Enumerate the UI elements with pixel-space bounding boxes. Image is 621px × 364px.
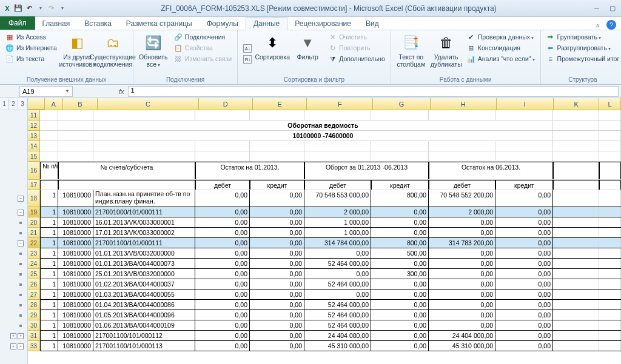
- cell[interactable]: 0,00: [495, 190, 553, 207]
- cell[interactable]: 52 464 000,00: [304, 300, 371, 309]
- col-header-K[interactable]: K: [554, 98, 599, 110]
- cell[interactable]: 0,00: [371, 217, 429, 227]
- cell[interactable]: 1: [40, 331, 58, 340]
- row-header[interactable]: 13: [28, 131, 40, 141]
- cell[interactable]: 0,00: [429, 217, 495, 227]
- cell[interactable]: [371, 141, 429, 151]
- restore-button[interactable]: ▢: [606, 4, 619, 12]
- cell[interactable]: 01.02.2013/BA/0044000037: [93, 279, 195, 289]
- cell[interactable]: 0,00: [195, 207, 250, 217]
- col-header-F[interactable]: F: [307, 98, 373, 110]
- cell[interactable]: [250, 141, 304, 151]
- cell[interactable]: [195, 151, 250, 161]
- cell[interactable]: 0,00: [250, 279, 304, 289]
- cell[interactable]: 1: [40, 290, 58, 299]
- cell[interactable]: 0,00: [495, 248, 553, 258]
- cell[interactable]: 217001100/101/000113: [93, 341, 195, 351]
- cell[interactable]: 0,00: [429, 320, 495, 330]
- data-validation-button[interactable]: ✔Проверка данных: [465, 32, 537, 42]
- cell[interactable]: 0,00: [304, 269, 371, 279]
- cell[interactable]: 0,00: [371, 290, 429, 299]
- cell[interactable]: № счета/субсчета: [58, 162, 195, 179]
- row-header[interactable]: 29: [28, 310, 40, 320]
- cell[interactable]: [429, 151, 495, 161]
- cell[interactable]: 0,00: [371, 341, 429, 351]
- cell[interactable]: [599, 131, 621, 141]
- other-sources-button[interactable]: ◧ Из других источников: [61, 32, 94, 76]
- cell[interactable]: Оборотная ведомость: [93, 121, 553, 130]
- select-all-corner[interactable]: [28, 98, 45, 110]
- cell[interactable]: 0,00: [250, 269, 304, 279]
- cell[interactable]: 01.04.2013/BA/0044000086: [93, 300, 195, 309]
- cell[interactable]: [553, 290, 599, 299]
- cell[interactable]: 0,00: [195, 238, 250, 248]
- cell[interactable]: [40, 131, 58, 141]
- spreadsheet-grid[interactable]: ABCDEFGHIKL 1112131415161718192021222324…: [28, 98, 621, 364]
- cell[interactable]: 0,00: [495, 207, 553, 217]
- row-header[interactable]: 15: [28, 151, 40, 162]
- cell[interactable]: 1: [40, 238, 58, 248]
- outline-collapse-button[interactable]: −: [18, 196, 24, 202]
- cell[interactable]: 217001000/101/000111: [93, 207, 195, 217]
- cell[interactable]: [58, 110, 93, 120]
- redo-icon[interactable]: ↷: [46, 4, 56, 13]
- cell[interactable]: 0,00: [195, 217, 250, 227]
- cell[interactable]: [195, 141, 250, 151]
- outline-collapse-button[interactable]: −: [18, 210, 24, 216]
- cell[interactable]: 0,00: [495, 269, 553, 279]
- cell[interactable]: 0,00: [250, 248, 304, 258]
- cell[interactable]: 10810000: [58, 279, 93, 289]
- outline-level-1[interactable]: 1: [0, 98, 9, 110]
- row-header[interactable]: 18: [28, 190, 40, 207]
- cell[interactable]: 0,00: [195, 331, 250, 340]
- cell[interactable]: 0,00: [250, 228, 304, 237]
- cell[interactable]: 1: [40, 269, 58, 279]
- cell[interactable]: 01.05.2013/BA/0044000096: [93, 310, 195, 320]
- cell[interactable]: [553, 162, 599, 179]
- cell[interactable]: 0,00: [371, 320, 429, 330]
- cell[interactable]: [304, 110, 371, 120]
- col-header-I[interactable]: I: [497, 98, 554, 110]
- col-header-L[interactable]: L: [599, 98, 621, 110]
- cell[interactable]: 0,00: [429, 300, 495, 309]
- row-header[interactable]: 30: [28, 320, 40, 331]
- qat-customize[interactable]: [57, 4, 67, 13]
- remove-duplicates-button[interactable]: 🗑 Удалить дубликаты: [430, 32, 463, 76]
- cell[interactable]: [599, 238, 621, 248]
- cell[interactable]: [599, 207, 621, 217]
- cell[interactable]: 10810000: [58, 259, 93, 268]
- cell[interactable]: 1: [40, 248, 58, 258]
- row-header[interactable]: 31: [28, 331, 40, 341]
- cell[interactable]: 0,00: [429, 269, 495, 279]
- cell[interactable]: [553, 207, 599, 217]
- cell[interactable]: [304, 151, 371, 161]
- cell[interactable]: [599, 269, 621, 279]
- cell[interactable]: [599, 300, 621, 309]
- row-header[interactable]: 20: [28, 217, 40, 228]
- cell[interactable]: 217001100/101/000111: [93, 238, 195, 248]
- cell[interactable]: 0,00: [429, 310, 495, 320]
- subtotal-button[interactable]: ≡Промежуточный итог: [545, 54, 621, 64]
- cell[interactable]: 500,00: [371, 248, 429, 258]
- cell[interactable]: 0,00: [371, 310, 429, 320]
- connections-button[interactable]: 🔗Подключения: [172, 32, 233, 42]
- cell[interactable]: [599, 228, 621, 237]
- cell[interactable]: 10810000: [58, 310, 93, 320]
- col-header-G[interactable]: G: [373, 98, 430, 110]
- cell[interactable]: [553, 300, 599, 309]
- cell[interactable]: 314 783 200,00: [429, 238, 495, 248]
- cell[interactable]: 0,00: [250, 217, 304, 227]
- cell[interactable]: [599, 290, 621, 299]
- tab-formulas[interactable]: Формулы: [200, 18, 246, 30]
- sort-asc-button[interactable]: А↓: [241, 44, 253, 53]
- tab-insert[interactable]: Вставка: [77, 18, 119, 30]
- cell[interactable]: 10810000: [58, 269, 93, 279]
- cell[interactable]: 10810000: [58, 290, 93, 299]
- existing-connections-button[interactable]: 🗂 Существующие подключения: [96, 32, 129, 76]
- tab-data[interactable]: Данные: [246, 17, 287, 30]
- tab-pagelayout[interactable]: Разметка страницы: [119, 18, 200, 30]
- cell[interactable]: [599, 331, 621, 340]
- text-to-columns-button[interactable]: 📑 Текст по столбцам: [395, 32, 428, 76]
- cell[interactable]: 52 464 000,00: [304, 259, 371, 268]
- cell[interactable]: [553, 228, 599, 237]
